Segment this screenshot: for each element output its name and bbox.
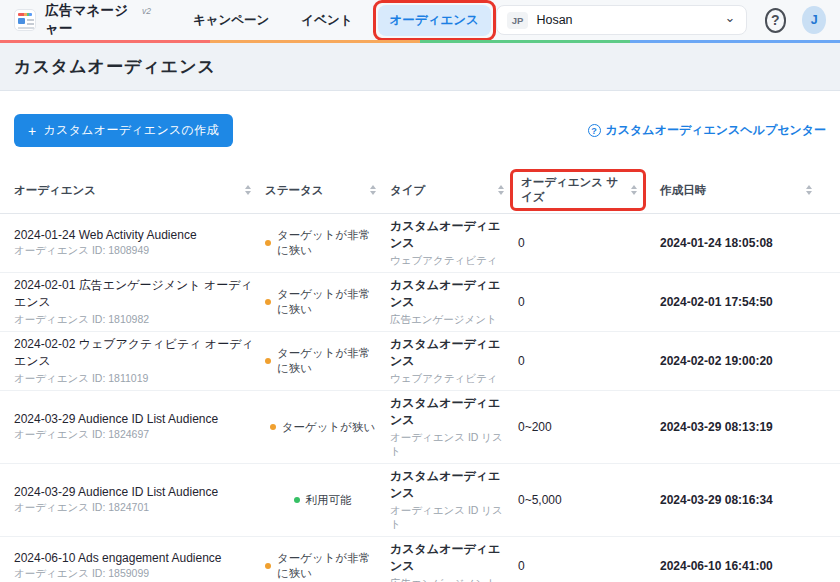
page-title: カスタムオーディエンス [14, 55, 216, 78]
rainbow-segment [210, 40, 420, 43]
rainbow-segment [630, 40, 840, 43]
type-subtype-label: ウェブアクティビティ [390, 372, 508, 386]
help-icon[interactable]: ? [765, 8, 787, 33]
account-selector[interactable]: JP Hosan ⌄ [496, 5, 747, 35]
column-header[interactable]: オーディエンス [14, 167, 265, 213]
created-at: 2024-03-29 08:16:34 [660, 493, 816, 507]
status-cell: 利用可能 [265, 489, 390, 512]
type-cell: カスタムオーディエンス ウェブアクティビティ [390, 332, 518, 390]
top-navigation: 広告マネージャー v2 キャンペーンイベントオーディエンス JP Hosan ⌄… [0, 0, 840, 40]
column-header-label: オーディエンス サイズ [521, 175, 623, 205]
sort-icon[interactable] [245, 185, 251, 195]
created-cell: 2024-02-01 17:54:50 [660, 291, 826, 313]
audience-id: オーディエンス ID: 1811019 [14, 372, 255, 386]
table-row[interactable]: 2024-03-29 Audience ID List Audience オーデ… [0, 391, 840, 464]
size-cell: 0~200 [518, 416, 660, 438]
table-row[interactable]: 2024-06-10 Ads engagement Audience オーディエ… [0, 537, 840, 582]
logo-line [27, 19, 34, 21]
status-label: ターゲットが非常に狭い [277, 228, 380, 258]
column-header-label: タイプ [390, 183, 425, 198]
column-header[interactable]: タイプ [390, 167, 518, 213]
table-body: 2024-01-24 Web Activity Audience オーディエンス… [0, 214, 840, 582]
status-label: ターゲットが非常に狭い [277, 346, 380, 376]
annotation-highlight: オーディエンス [373, 0, 496, 41]
audience-cell: 2024-01-24 Web Activity Audience オーディエンス… [14, 224, 265, 262]
sort-icon[interactable] [631, 185, 637, 195]
created-cell: 2024-02-02 19:00:20 [660, 350, 826, 372]
help-center-label: カスタムオーディエンスヘルプセンター [606, 122, 827, 139]
help-center-link[interactable]: ? カスタムオーディエンスヘルプセンター [588, 122, 827, 139]
rainbow-divider [0, 40, 840, 43]
status-cell: ターゲットが非常に狭い [265, 283, 390, 321]
create-audience-label: カスタムオーディエンスの作成 [43, 122, 218, 139]
audience-cell: 2024-03-29 Audience ID List Audience オーデ… [14, 408, 265, 446]
table-row[interactable]: 2024-02-01 広告エンゲージメント オーディエンス オーディエンス ID… [0, 273, 840, 332]
size-cell: 0 [518, 232, 660, 254]
audience-size: 0 [518, 236, 650, 250]
column-header[interactable]: 作成日時 [660, 167, 826, 213]
sort-icon[interactable] [498, 185, 504, 195]
audience-name[interactable]: 2024-06-10 Ads engagement Audience [14, 551, 255, 565]
column-header[interactable]: オーディエンス サイズ [518, 167, 660, 213]
audiences-table: オーディエンス ステータス タイプ オーディエンス サイズ 作成日時 2024-… [0, 167, 840, 582]
table-header-row: オーディエンス ステータス タイプ オーディエンス サイズ 作成日時 [0, 167, 840, 214]
audience-id: オーディエンス ID: 1824697 [14, 428, 255, 442]
audience-cell: 2024-03-29 Audience ID List Audience オーデ… [14, 481, 265, 519]
size-cell: 0 [518, 555, 660, 577]
created-at: 2024-02-01 17:54:50 [660, 295, 816, 309]
created-cell: 2024-03-29 08:16:34 [660, 489, 826, 511]
audience-name[interactable]: 2024-02-02 ウェブアクティビティ オーディエンス [14, 336, 255, 370]
audience-id: オーディエンス ID: 1824701 [14, 501, 255, 515]
column-header[interactable]: ステータス [265, 167, 390, 213]
audience-name[interactable]: 2024-03-29 Audience ID List Audience [14, 485, 255, 499]
audience-name[interactable]: 2024-03-29 Audience ID List Audience [14, 412, 255, 426]
logo-line [18, 27, 34, 29]
logo-block [18, 18, 25, 24]
audience-id: オーディエンス ID: 1808949 [14, 244, 255, 258]
created-at: 2024-02-02 19:00:20 [660, 354, 816, 368]
sort-icon[interactable] [370, 185, 376, 195]
audience-name[interactable]: 2024-02-01 広告エンゲージメント オーディエンス [14, 277, 255, 311]
audience-name[interactable]: 2024-01-24 Web Activity Audience [14, 228, 255, 242]
status-cell: ターゲットが非常に狭い [265, 342, 390, 380]
rainbow-segment [420, 40, 630, 43]
question-circle-icon: ? [588, 124, 601, 137]
status-label: 利用可能 [306, 493, 352, 508]
audience-cell: 2024-06-10 Ads engagement Audience オーディエ… [14, 547, 265, 582]
status-dot [294, 497, 300, 503]
table-row[interactable]: 2024-02-02 ウェブアクティビティ オーディエンス オーディエンス ID… [0, 332, 840, 391]
logo-rainbow-bar [18, 13, 32, 16]
status-dot [265, 358, 271, 364]
status-label: ターゲットが非常に狭い [277, 287, 380, 317]
created-cell: 2024-01-24 18:05:08 [660, 232, 826, 254]
type-cell: カスタムオーディエンス オーディエンス ID リスト [390, 464, 518, 536]
nav-tab[interactable]: オーディエンス [378, 5, 491, 36]
table-row[interactable]: 2024-01-24 Web Activity Audience オーディエンス… [0, 214, 840, 273]
nav-tab[interactable]: イベント [289, 5, 364, 36]
app-logo-icon[interactable] [14, 9, 36, 31]
audience-id: オーディエンス ID: 1859099 [14, 567, 255, 581]
avatar[interactable]: J [802, 6, 826, 34]
created-at: 2024-01-24 18:05:08 [660, 236, 816, 250]
rainbow-segment [0, 40, 210, 43]
nav-tabs: キャンペーンイベントオーディエンス [181, 0, 496, 41]
logo-line [27, 23, 34, 25]
status-dot [265, 563, 271, 569]
audience-size: 0 [518, 559, 650, 573]
type-label: カスタムオーディエンス [390, 395, 508, 429]
audience-cell: 2024-02-01 広告エンゲージメント オーディエンス オーディエンス ID… [14, 273, 265, 331]
page-header: カスタムオーディエンス [0, 43, 840, 91]
account-name: Hosan [536, 13, 572, 27]
create-audience-button[interactable]: + カスタムオーディエンスの作成 [14, 114, 233, 147]
nav-tab[interactable]: キャンペーン [181, 5, 281, 36]
status-dot [270, 424, 276, 430]
type-cell: カスタムオーディエンス ウェブアクティビティ [390, 214, 518, 272]
status-cell: ターゲットが非常に狭い [265, 547, 390, 582]
type-label: カスタムオーディエンス [390, 277, 508, 311]
type-label: カスタムオーディエンス [390, 336, 508, 370]
status-dot [265, 299, 271, 305]
created-at: 2024-03-29 08:13:19 [660, 420, 816, 434]
sort-icon[interactable] [806, 185, 812, 195]
size-cell: 0~5,000 [518, 489, 660, 511]
table-row[interactable]: 2024-03-29 Audience ID List Audience オーデ… [0, 464, 840, 537]
